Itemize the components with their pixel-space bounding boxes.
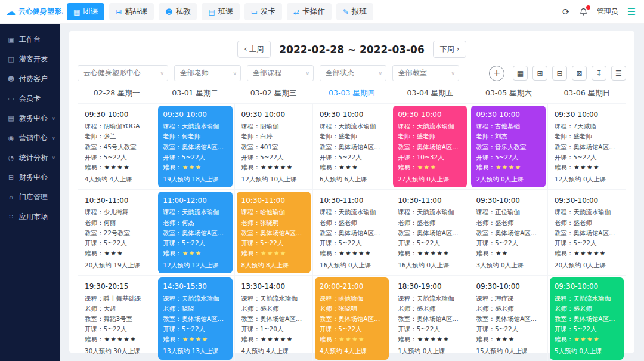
- sidebar-item-academic-center[interactable]: ▤教务中心∨: [0, 109, 60, 128]
- add-button[interactable]: +: [489, 66, 504, 81]
- class-difficulty: 难易：★★★★: [163, 335, 227, 343]
- class-teacher: 老师：白婷: [242, 132, 306, 140]
- difficulty-stars: ★★★: [417, 163, 437, 171]
- print-button[interactable]: ⊟: [552, 66, 567, 81]
- class-time: 10:30-11:00: [320, 196, 384, 205]
- class-card[interactable]: 13:30-14:00课程：天韵流水瑜伽老师：盛老师教室：奥体场馆A区202室开…: [237, 277, 311, 359]
- class-attendance: 12人预约 10人上课: [242, 175, 306, 183]
- sidebar-item-workbench[interactable]: ▣工作台: [0, 30, 60, 50]
- main-content: ‹ 上周 2022-02-28 ~ 2022-03-06 下周 › 云心健身塑形…: [60, 24, 644, 361]
- class-attendance: 2人预约 0人上课: [476, 175, 540, 183]
- class-time: 09:30-10:00: [555, 196, 619, 205]
- class-difficulty: 难易：★★★★★: [398, 335, 462, 343]
- class-capacity: 开课：5~22人: [398, 325, 462, 333]
- class-capacity: 开课：5~22人: [476, 325, 540, 333]
- sidebar-item-lead-development[interactable]: ◫潜客开发: [0, 50, 60, 69]
- download-button[interactable]: ↧: [592, 66, 606, 81]
- class-room: 教室：奥体场馆A区202室: [555, 229, 619, 237]
- difficulty-label: 难易：: [555, 249, 574, 257]
- tab-group-class[interactable]: ▦团课: [67, 3, 104, 20]
- lead-development-icon: ◫: [7, 56, 15, 63]
- class-card[interactable]: 09:30-10:00课程：天韵流水瑜伽老师：盛老师教室：奥体场馆A区202室开…: [550, 192, 624, 273]
- filter-store[interactable]: 云心健身塑形中心∨: [78, 65, 168, 81]
- class-card[interactable]: 11:00-12:00课程：天韵流水瑜伽老师：何杰教室：奥体场馆A区202室开课…: [158, 192, 232, 273]
- add-icon: +: [493, 68, 501, 79]
- sidebar-item-finance-center[interactable]: ⊟财务中心: [0, 168, 60, 187]
- difficulty-stars: ★★★★: [182, 335, 209, 343]
- class-card[interactable]: 09:30-10:00课程：天韵流水瑜伽老师：何老师教室：奥体场馆A区202室开…: [158, 106, 232, 187]
- tab-card-operations[interactable]: ⇄卡操作: [287, 3, 332, 20]
- class-card[interactable]: 14:30-15:30课程：天韵流水瑜伽老师：晓晓教室：奥体场馆A区202室开课…: [158, 277, 232, 359]
- class-card[interactable]: 18:30-19:00课程：天韵流水瑜伽老师：盛老师教室：奥体场馆A区202室开…: [393, 277, 467, 359]
- class-card[interactable]: 09:30-10:00课程：阴瑜伽YOGA老师：张兰教室：45号大教室开课：5~…: [80, 106, 154, 187]
- tab-term-class[interactable]: ▤班课: [202, 3, 239, 20]
- class-room: 教室：401室: [242, 143, 306, 151]
- admin-user-label[interactable]: 管理员: [597, 7, 618, 17]
- tab-label: 团课: [83, 7, 98, 17]
- notifications-button[interactable]: [579, 7, 588, 16]
- tab-premium-class[interactable]: ⊞精品课: [109, 3, 154, 20]
- selected-value: 全部教室: [398, 68, 427, 78]
- tab-issue-card[interactable]: ▭发卡: [244, 3, 282, 20]
- tab-personal-training[interactable]: ☻私教: [159, 3, 197, 20]
- sidebar-item-membership-card[interactable]: ▭会员卡: [0, 89, 60, 109]
- class-time: 13:30-14:00: [242, 282, 306, 291]
- app-market-icon: ∷: [7, 214, 15, 220]
- sidebar-item-store-management[interactable]: ⌂门店管理: [0, 187, 60, 207]
- hamburger-menu-icon[interactable]: ☰: [627, 6, 636, 17]
- calendar-header: 02-28 星期一03-01 星期二03-02 星期三03-03 星期四03-0…: [78, 88, 626, 103]
- day-header: 03-02 星期三: [234, 88, 312, 98]
- class-card[interactable]: 09:30-10:00课程：天韵流水瑜伽老师：盛老师教室：奥体场馆A区202室开…: [550, 277, 624, 359]
- filter-status[interactable]: 全部状态∨: [320, 65, 386, 81]
- app-logo[interactable]: ☁ 云心健身塑形...: [6, 7, 63, 17]
- class-card[interactable]: 10:30-11:00课程：少儿街舞老师：何丽教室：22号教室开课：5~22人难…: [80, 192, 154, 273]
- class-attendance: 4人预约 4人上课: [320, 347, 384, 355]
- class-time: 10:30-11:00: [398, 196, 462, 205]
- copy-button[interactable]: ⊞: [532, 66, 547, 81]
- download-icon: ↧: [596, 69, 602, 78]
- class-difficulty: 难易：★★★: [476, 335, 540, 343]
- delete-button[interactable]: ⊠: [572, 66, 587, 81]
- class-capacity: 开课：5~22人: [85, 153, 149, 161]
- filter-teacher[interactable]: 全部老师∨: [174, 65, 241, 81]
- class-card[interactable]: 09:30-10:00课程：正位瑜伽老师：盛老师教室：奥体场馆A区202室开课：…: [471, 192, 545, 273]
- sidebar-item-paying-customers[interactable]: ☻付费客户: [0, 69, 60, 89]
- class-card[interactable]: 09:30-10:00课程：天韵流水瑜伽老师：盛老师教室：奥体场馆A区202室开…: [393, 106, 467, 187]
- qr-code-button[interactable]: ▦: [513, 66, 528, 81]
- class-course: 课程：天韵流水瑜伽: [163, 122, 227, 130]
- class-card[interactable]: 20:00-21:00课程：哈他瑜伽老师：张晓明教室：奥体场馆A区202室开课：…: [315, 277, 389, 359]
- store-management-icon: ⌂: [7, 194, 15, 200]
- workbench-icon: ▣: [7, 36, 15, 43]
- refresh-icon[interactable]: ⟳: [562, 7, 570, 17]
- prev-week-button[interactable]: ‹ 上周: [237, 41, 271, 58]
- field-list-icon: ☰: [615, 69, 622, 78]
- tab-enrollment[interactable]: ✎报班: [336, 3, 373, 20]
- class-card[interactable]: 10:30-11:00课程：天韵流水瑜伽老师：盛老师教室：奥体场馆A区202室开…: [315, 192, 389, 273]
- sidebar-item-app-market[interactable]: ∷应用市场: [0, 207, 60, 227]
- next-week-button[interactable]: 下周 ›: [433, 41, 467, 58]
- tab-label: 卡操作: [302, 7, 325, 17]
- difficulty-label: 难易：: [163, 335, 182, 343]
- calendar-cell: 09:30-10:00课程：天韵流水瑜伽老师：何老师教室：奥体场馆A区202室开…: [156, 104, 234, 190]
- class-capacity: 开课：5~22人: [85, 239, 149, 247]
- class-course: 课程：天韵流水瑜伽: [163, 208, 227, 216]
- sidebar-item-statistics[interactable]: ◔统计分析∨: [0, 148, 60, 168]
- field-list-button[interactable]: ☰: [611, 66, 626, 81]
- class-course: 课程：天韵流水瑜伽: [320, 208, 384, 216]
- calendar-cell: 10:30-11:00课程：天韵流水瑜伽老师：盛老师教室：奥体场馆A区202室开…: [391, 190, 469, 276]
- class-card[interactable]: 09:30-10:00课程：7天减脂老师：盛老师教室：奥体场馆A区202室开课：…: [550, 106, 624, 187]
- class-card[interactable]: 09:30-10:00课程：理疗课老师：盛老师教室：奥体场馆A区202室开课：5…: [471, 277, 545, 359]
- difficulty-label: 难易：: [476, 249, 495, 257]
- class-course: 课程：哈他瑜伽: [320, 294, 384, 303]
- class-card[interactable]: 09:30-10:00课程：吉他基础老师：刘杰教室：音乐大教室开课：5~22人难…: [471, 106, 545, 187]
- class-card[interactable]: 09:30-10:00课程：天韵流水瑜伽老师：盛老师教室：奥体场馆A区202室开…: [315, 106, 389, 187]
- filter-room[interactable]: 全部教室∨: [392, 65, 459, 81]
- filter-course[interactable]: 全部课程∨: [247, 65, 314, 81]
- statistics-icon: ◔: [7, 155, 15, 161]
- class-card[interactable]: 10:30-11:00课程：哈他瑜伽老师：张晓明教室：奥体场馆A区202室开课：…: [237, 192, 311, 273]
- class-course: 课程：天韵流水瑜伽: [320, 122, 384, 130]
- class-card[interactable]: 09:30-10:00课程：阴瑜伽老师：白婷教室：401室开课：5~22人难易：…: [237, 106, 311, 187]
- sidebar-item-marketing-center[interactable]: ◉营销中心∨: [0, 128, 60, 148]
- class-card[interactable]: 19:30-20:15课程：爵士舞基础课老师：大超教室：舞蹈3号室开课：5~22…: [80, 277, 154, 359]
- class-card[interactable]: 10:30-11:00课程：天韵流水瑜伽老师：盛老师教室：奥体场馆A区202室开…: [393, 192, 467, 273]
